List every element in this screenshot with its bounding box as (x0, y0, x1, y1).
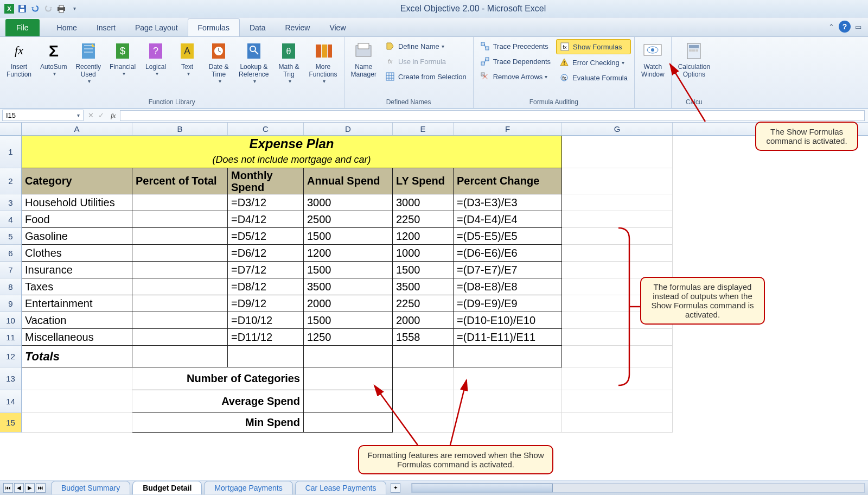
callout-show-formulas: The Show Formulas command is activated. (755, 122, 858, 151)
callout-formatting-removed: Formatting features are removed when the… (358, 445, 553, 474)
callout-formulas-displayed: The formulas are displayed instead of ou… (640, 277, 765, 325)
svg-line-52 (450, 380, 467, 445)
svg-line-50 (670, 64, 705, 122)
svg-line-51 (374, 385, 418, 445)
